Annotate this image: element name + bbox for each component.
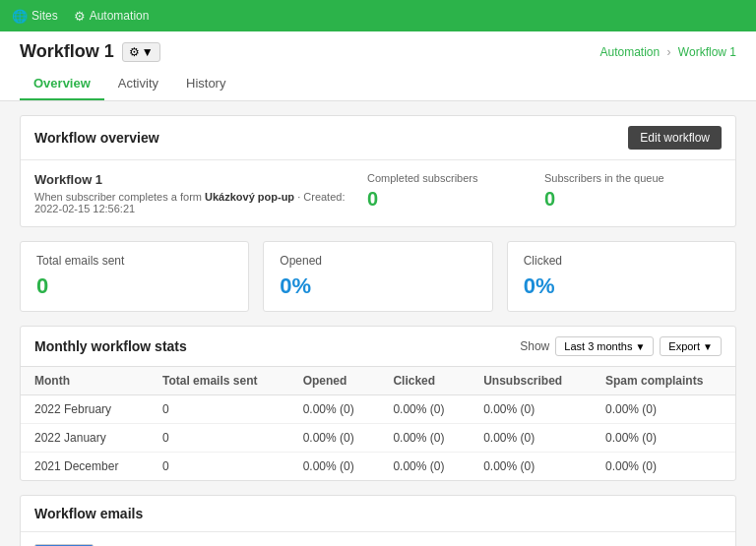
cell-opened: 0.00% (0) [289, 395, 380, 424]
nav-sites-label: Sites [32, 9, 58, 23]
workflow-overview-header: Workflow overview Edit workflow [21, 116, 735, 160]
queue-subscribers-value: 0 [544, 188, 722, 211]
col-month: Month [21, 367, 149, 395]
cell-opened: 0.00% (0) [289, 424, 380, 453]
workflow-name: Workflow 1 [34, 172, 367, 187]
col-opened: Opened [289, 367, 380, 395]
tab-activity[interactable]: Activity [104, 68, 172, 100]
monthly-stats-header-row: Month Total emails sent Opened Clicked U… [21, 367, 735, 395]
table-row: 2022 February 0 0.00% (0) 0.00% (0) 0.00… [21, 395, 735, 424]
stat-opened-label: Opened [280, 254, 475, 268]
nav-automation-label: Automation [90, 9, 150, 23]
tab-history[interactable]: History [172, 68, 239, 100]
cell-clicked: 0.00% (0) [379, 424, 470, 453]
queue-subscribers-label: Subscribers in the queue [544, 172, 722, 184]
main-content: Workflow overview Edit workflow Workflow… [0, 101, 756, 546]
tab-overview[interactable]: Overview [20, 68, 104, 100]
stat-opened-value: 0% [280, 273, 475, 299]
export-chevron-icon: ▼ [703, 341, 713, 352]
queue-subscribers-stat: Subscribers in the queue 0 [544, 172, 722, 211]
col-clicked: Clicked [379, 367, 470, 395]
nav-sites[interactable]: 🌐 Sites [12, 9, 58, 24]
stat-opened: Opened 0% [263, 241, 492, 312]
stat-clicked-value: 0% [524, 273, 720, 299]
col-total-sent: Total emails sent [149, 367, 289, 395]
cell-sent: 0 [149, 395, 289, 424]
stat-total-emails-value: 0 [36, 273, 232, 299]
automation-icon: ⚙ [74, 9, 86, 24]
cell-spam: 0.00% (0) [592, 424, 735, 453]
top-nav: 🌐 Sites ⚙ Automation [0, 0, 756, 31]
page-title-area: Workflow 1 ⚙ ▼ [20, 41, 160, 62]
show-label: Show [520, 339, 549, 353]
workflow-desc-prefix: When subscriber completes a form [34, 191, 202, 203]
breadcrumb-separator: › [667, 45, 671, 59]
workflow-overview-title: Workflow overview [34, 130, 159, 146]
cell-month: 2022 February [21, 395, 149, 424]
table-row: 2022 January 0 0.00% (0) 0.00% (0) 0.00%… [21, 424, 735, 453]
cell-unsubscribed: 0.00% (0) [470, 395, 592, 424]
breadcrumb-parent[interactable]: Automation [599, 45, 660, 59]
period-chevron-icon: ▼ [635, 341, 645, 352]
stat-total-emails: Total emails sent 0 [20, 241, 249, 312]
stats-row: Total emails sent 0 Opened 0% Clicked 0% [20, 241, 736, 312]
stat-clicked: Clicked 0% [507, 241, 736, 312]
workflow-desc: When subscriber completes a form Ukázkov… [34, 191, 367, 214]
monthly-stats-card: Monthly workflow stats Show Last 3 month… [20, 326, 736, 481]
cell-unsubscribed: 0.00% (0) [470, 424, 592, 453]
breadcrumb: Automation › Workflow 1 [599, 45, 736, 59]
workflow-info-row: Workflow 1 When subscriber completes a f… [21, 160, 735, 226]
col-unsubscribed: Unsubscribed [470, 367, 592, 395]
monthly-stats-title: Monthly workflow stats [34, 338, 187, 354]
monthly-stats-tbody: 2022 February 0 0.00% (0) 0.00% (0) 0.00… [21, 395, 735, 481]
cell-opened: 0.00% (0) [289, 453, 380, 481]
monthly-stats-table: Month Total emails sent Opened Clicked U… [21, 366, 735, 480]
cell-sent: 0 [149, 424, 289, 453]
completed-subscribers-label: Completed subscribers [367, 172, 544, 184]
monthly-stats-thead: Month Total emails sent Opened Clicked U… [21, 367, 735, 395]
cell-spam: 0.00% (0) [592, 453, 735, 481]
cell-month: 2021 December [21, 453, 149, 481]
workflow-desc-form: Ukázkový pop-up [205, 191, 294, 203]
cell-clicked: 0.00% (0) [379, 453, 470, 481]
workflow-emails-card: Workflow emails Ukázka 1 On trigger · Cr… [20, 495, 736, 546]
period-button[interactable]: Last 3 months ▼ [555, 336, 654, 356]
completed-subscribers-value: 0 [367, 188, 544, 211]
page-header: Workflow 1 ⚙ ▼ Automation › Workflow 1 O… [0, 31, 756, 101]
page-title: Workflow 1 [20, 41, 114, 62]
export-button[interactable]: Export ▼ [660, 336, 722, 356]
tabs: Overview Activity History [20, 68, 736, 100]
stat-total-emails-label: Total emails sent [36, 254, 232, 268]
col-spam: Spam complaints [592, 367, 735, 395]
gear-dropdown-icon: ▼ [142, 45, 154, 59]
gear-icon: ⚙ [129, 45, 140, 59]
page-header-top: Workflow 1 ⚙ ▼ Automation › Workflow 1 [20, 41, 736, 62]
workflow-overview-card: Workflow overview Edit workflow Workflow… [20, 115, 736, 227]
completed-subscribers-stat: Completed subscribers 0 [367, 172, 544, 211]
cell-spam: 0.00% (0) [592, 395, 735, 424]
cell-unsubscribed: 0.00% (0) [470, 453, 592, 481]
stat-clicked-label: Clicked [524, 254, 720, 268]
cell-clicked: 0.00% (0) [379, 395, 470, 424]
email-list-item: Ukázka 1 On trigger · Created: 2022-02-1… [21, 532, 735, 546]
table-row: 2021 December 0 0.00% (0) 0.00% (0) 0.00… [21, 453, 735, 481]
breadcrumb-current: Workflow 1 [678, 45, 736, 59]
monthly-stats-header: Monthly workflow stats Show Last 3 month… [21, 327, 735, 366]
nav-automation[interactable]: ⚙ Automation [74, 9, 150, 24]
workflow-emails-header: Workflow emails [21, 496, 735, 532]
workflow-gear-button[interactable]: ⚙ ▼ [122, 42, 160, 62]
edit-workflow-button[interactable]: Edit workflow [628, 126, 722, 150]
cell-sent: 0 [149, 453, 289, 481]
workflow-main-info: Workflow 1 When subscriber completes a f… [34, 172, 367, 214]
globe-icon: 🌐 [12, 9, 28, 24]
monthly-stats-controls: Show Last 3 months ▼ Export ▼ [520, 336, 722, 356]
cell-month: 2022 January [21, 424, 149, 453]
